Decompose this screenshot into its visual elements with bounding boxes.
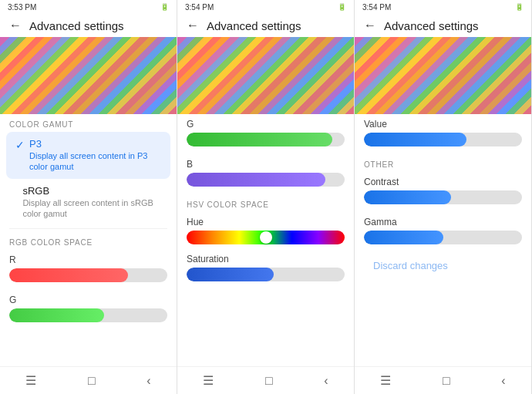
b-slider-fill — [187, 173, 325, 187]
srgb-title: sRGB — [22, 185, 167, 197]
back-button-1[interactable]: ← — [9, 19, 22, 32]
r-slider-section: R — [0, 250, 177, 290]
value-slider-section: Value — [355, 114, 531, 154]
p3-desc: Display all screen content in P3 color g… — [29, 150, 161, 173]
status-icons-2: 🔋 — [338, 3, 346, 11]
menu-icon-2[interactable]: ☰ — [203, 373, 214, 388]
r-slider-fill — [9, 268, 128, 282]
time-1: 3:53 PM — [8, 3, 36, 12]
home-icon-2[interactable]: □ — [265, 374, 273, 388]
status-icons-1: 🔋 — [160, 3, 169, 11]
b-slider-track[interactable] — [187, 173, 345, 187]
r-slider-track[interactable] — [9, 268, 167, 282]
hsv-label: HSV COLOR SPACE — [177, 194, 354, 212]
time-3: 3:54 PM — [362, 3, 391, 12]
r-label: R — [9, 254, 167, 265]
bottom-nav-1: ☰ □ ‹ — [0, 366, 177, 394]
page-title-2: Advanced settings — [207, 19, 301, 32]
g-slider-section-1: G — [0, 290, 177, 330]
hero-image-2 — [177, 37, 354, 114]
g-slider-track-1[interactable] — [9, 308, 167, 322]
page-title-3: Advanced settings — [384, 19, 479, 32]
back-button-3[interactable]: ← — [364, 19, 376, 32]
hue-slider-section: Hue — [177, 212, 354, 249]
home-icon-1[interactable]: □ — [88, 374, 96, 388]
status-bar-1: 3:53 PM 🔋 — [0, 0, 177, 14]
pencils-graphic-1 — [0, 37, 177, 114]
top-bar-2: ← Advanced settings — [177, 14, 354, 37]
status-icons-3: 🔋 — [515, 3, 524, 11]
hue-thumb[interactable] — [260, 231, 272, 244]
page-title-1: Advanced settings — [29, 19, 124, 32]
p3-title: P3 — [29, 138, 161, 150]
discard-button[interactable]: Discard changes — [364, 257, 457, 274]
battery-icon: 🔋 — [160, 3, 169, 11]
gamma-slider-section: Gamma — [355, 212, 531, 252]
contrast-label: Contrast — [364, 177, 522, 187]
home-icon-3[interactable]: □ — [443, 374, 450, 388]
contrast-slider-fill — [364, 190, 451, 204]
panel-3: 3:54 PM 🔋 ← Advanced settings Value OTHE… — [355, 0, 532, 394]
b-label: B — [187, 159, 345, 170]
gamma-slider-track[interactable] — [364, 231, 522, 244]
panel-2: 3:54 PM 🔋 ← Advanced settings G B HSV CO… — [177, 0, 355, 394]
gamma-slider-fill — [364, 231, 443, 244]
g-label-2: G — [187, 119, 345, 130]
g-label-1: G — [9, 295, 167, 305]
divider-1 — [9, 228, 167, 229]
g-slider-section-2: G — [177, 114, 354, 154]
color-gamut-label: COLOR GAMUT — [0, 114, 177, 132]
gamma-label: Gamma — [364, 217, 522, 227]
top-bar-1: ← Advanced settings — [0, 14, 177, 37]
saturation-label: Saturation — [187, 254, 345, 264]
b-slider-section: B — [177, 154, 354, 194]
saturation-fill — [187, 268, 274, 281]
discard-container: Discard changes — [355, 252, 531, 278]
menu-icon-3[interactable]: ☰ — [380, 373, 391, 388]
battery-icon-2: 🔋 — [338, 3, 346, 11]
back-nav-icon-1[interactable]: ‹ — [146, 374, 150, 388]
g-slider-fill-1 — [9, 308, 104, 322]
status-bar-2: 3:54 PM 🔋 — [177, 0, 354, 14]
back-button-2[interactable]: ← — [187, 19, 199, 32]
value-label: Value — [364, 119, 522, 130]
hero-image-1 — [0, 37, 177, 114]
pencils-graphic-3 — [355, 37, 531, 114]
g-slider-track-2[interactable] — [187, 133, 345, 146]
p3-option[interactable]: ✓ P3 Display all screen content in P3 co… — [6, 132, 170, 179]
value-slider-fill — [364, 133, 466, 146]
saturation-slider-section: Saturation — [177, 249, 354, 286]
back-nav-icon-2[interactable]: ‹ — [324, 374, 328, 388]
hue-label: Hue — [187, 217, 345, 227]
other-label: OTHER — [355, 154, 531, 172]
battery-icon-3: 🔋 — [515, 3, 524, 11]
bottom-nav-3: ☰ □ ‹ — [355, 366, 531, 394]
pencils-graphic-2 — [177, 37, 354, 114]
top-bar-3: ← Advanced settings — [355, 14, 531, 37]
rgb-label: RGB COLOR SPACE — [0, 232, 177, 250]
time-2: 3:54 PM — [185, 3, 214, 12]
panel-1: 3:53 PM 🔋 ← Advanced settings COLOR GAMU… — [0, 0, 177, 394]
status-bar-3: 3:54 PM 🔋 — [355, 0, 531, 14]
value-slider-track[interactable] — [364, 133, 522, 146]
hue-slider-track[interactable] — [187, 231, 345, 244]
contrast-slider-track[interactable] — [364, 190, 522, 204]
g-slider-fill-2 — [187, 133, 332, 146]
hero-image-3 — [355, 37, 531, 114]
bottom-nav-2: ☰ □ ‹ — [177, 366, 354, 394]
menu-icon-1[interactable]: ☰ — [25, 373, 36, 388]
srgb-desc: Display all screen content in sRGB color… — [22, 197, 167, 220]
srgb-option[interactable]: sRGB Display all screen content in sRGB … — [0, 179, 177, 226]
contrast-slider-section: Contrast — [355, 172, 531, 212]
check-icon: ✓ — [15, 139, 25, 151]
saturation-slider-track[interactable] — [187, 268, 345, 281]
back-nav-icon-3[interactable]: ‹ — [501, 374, 505, 388]
